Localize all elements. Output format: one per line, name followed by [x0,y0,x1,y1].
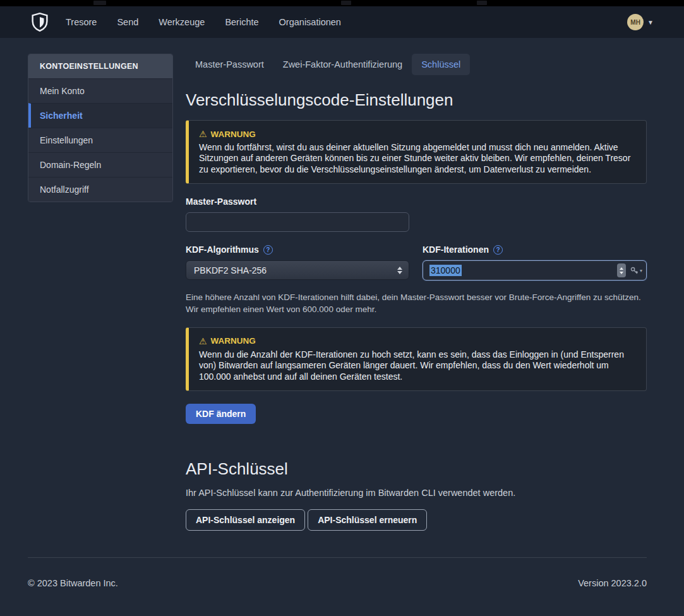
warning-icon: ⚠ [199,336,207,346]
bitwarden-web-vault: Tresore Send Werkzeuge Berichte Organisa… [0,0,684,616]
warning-body: Wenn du fortfährst, wirst du aus deiner … [199,142,636,175]
page-footer: © 2023 Bitwarden Inc. Version 2023.2.0 [28,578,647,588]
copyright-text: © 2023 Bitwarden Inc. [28,578,118,588]
chrome-fragment [341,1,351,5]
warning-title: ⚠ WARNUNG [199,129,636,139]
tab-schluessel[interactable]: Schlüssel [412,54,470,75]
help-icon[interactable]: ? [493,245,503,255]
content-area: KONTOEINSTELLUNGEN Mein Konto Sicherheit… [0,38,684,531]
page-title: Verschlüsselungscode-Einstellungen [186,90,647,110]
kdf-algorithm-value: PBKDF2 SHA-256 [194,265,267,275]
sidebar-item-einstellungen[interactable]: Einstellungen [28,128,172,152]
kdf-algorithm-label: KDF-Algorithmus ? [186,245,409,255]
api-key-section: API-Schlüssel Ihr API-Schlüssel kann zur… [186,459,647,531]
nav-item-organisationen[interactable]: Organisationen [279,17,341,27]
footer-divider [28,557,647,558]
api-description: Ihr API-Schlüssel kann zur Authentifizie… [186,488,647,498]
warning-callout-kdf: ⚠ WARNUNG Wenn du die Anzahl der KDF-Ite… [186,327,647,391]
kdf-algorithm-label-text: KDF-Algorithmus [186,245,259,255]
version-text: Version 2023.2.0 [578,578,647,588]
primary-nav: Tresore Send Werkzeuge Berichte Organisa… [66,17,341,27]
api-section-title: API-Schlüssel [186,459,647,479]
kdf-algorithm-group: KDF-Algorithmus ? PBKDF2 SHA-256 [186,245,409,281]
view-api-key-button[interactable]: API-Schlüssel anzeigen [186,509,305,531]
kdf-iterations-group: KDF-Iterationen ? 310000 [423,245,647,281]
kdf-iterations-input[interactable]: 310000 ▾ [423,260,647,281]
warning-label: WARNUNG [211,336,256,346]
warning-title: ⚠ WARNUNG [199,336,636,346]
number-stepper[interactable] [617,263,626,277]
rotate-api-key-button[interactable]: API-Schlüssel erneuern [308,509,427,531]
kdf-row: KDF-Algorithmus ? PBKDF2 SHA-256 KDF-Ite… [186,245,647,281]
chrome-fragment [93,1,106,5]
bitwarden-shield-logo[interactable] [30,12,49,32]
sidebar-item-sicherheit[interactable]: Sicherheit [28,103,172,128]
chevron-down-icon: ▾ [640,268,642,274]
kdf-iterations-label-text: KDF-Iterationen [423,245,489,255]
sidebar-item-domain-regeln[interactable]: Domain-Regeln [28,152,172,177]
security-settings-main: Master-Passwort Zwei-Faktor-Authentifizi… [186,54,647,531]
account-menu[interactable]: MH ▼ [627,14,654,30]
kdf-algorithm-select[interactable]: PBKDF2 SHA-256 [186,260,409,280]
sidebar-header: KONTOEINSTELLUNGEN [28,54,172,78]
kdf-iterations-value: 310000 [429,265,462,276]
warning-label: WARNUNG [211,130,256,139]
browser-chrome-strip [0,0,684,6]
kdf-help-text: Eine höhere Anzahl von KDF-Iterationen h… [186,292,647,316]
security-tabs: Master-Passwort Zwei-Faktor-Authentifizi… [186,54,647,75]
password-key-icon[interactable]: ▾ [630,267,642,275]
nav-item-werkzeuge[interactable]: Werkzeuge [159,17,205,27]
tab-master-passwort[interactable]: Master-Passwort [186,54,273,75]
api-buttons: API-Schlüssel anzeigen API-Schlüssel ern… [186,509,647,531]
avatar[interactable]: MH [627,14,644,30]
master-password-group: Master-Passwort [186,196,647,232]
master-password-label: Master-Passwort [186,196,647,207]
nav-item-berichte[interactable]: Berichte [225,17,258,27]
chevron-down-icon: ▼ [647,19,654,26]
help-icon[interactable]: ? [263,245,273,255]
sidebar-item-mein-konto[interactable]: Mein Konto [28,78,172,103]
select-arrows-icon [397,267,402,274]
nav-item-send[interactable]: Send [117,17,138,27]
nav-item-tresore[interactable]: Tresore [66,17,97,27]
warning-body: Wenn du die Anzahl der KDF-Iterationen z… [199,349,636,382]
tab-zwei-faktor[interactable]: Zwei-Faktor-Authentifizierung [273,54,412,75]
kdf-iterations-label: KDF-Iterationen ? [423,245,647,255]
master-password-input[interactable] [186,212,409,232]
settings-sidebar: KONTOEINSTELLUNGEN Mein Konto Sicherheit… [28,54,173,202]
top-navbar: Tresore Send Werkzeuge Berichte Organisa… [0,6,684,38]
warning-icon: ⚠ [199,129,207,139]
sidebar-item-notfallzugriff[interactable]: Notfallzugriff [28,177,172,202]
warning-callout-session: ⚠ WARNUNG Wenn du fortfährst, wirst du a… [186,120,647,184]
chrome-fragment [477,1,487,5]
change-kdf-button[interactable]: KDF ändern [186,404,256,424]
